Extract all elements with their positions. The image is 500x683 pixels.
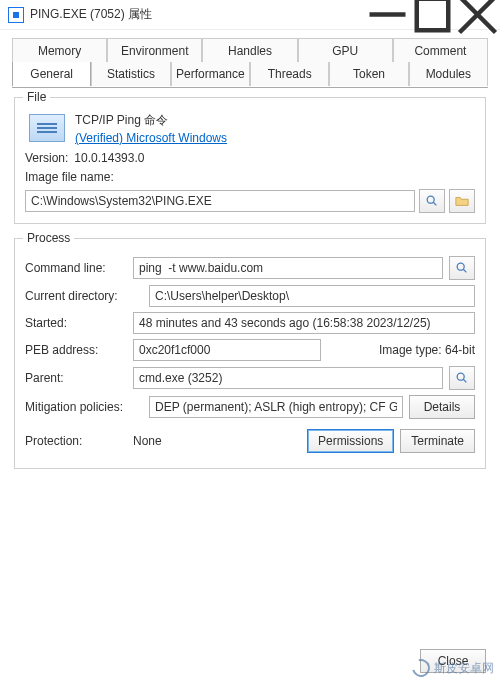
file-group-title: File bbox=[23, 90, 50, 104]
tab-performance[interactable]: Performance bbox=[171, 62, 250, 86]
parent-inspect-button[interactable] bbox=[449, 366, 475, 390]
curdir-label: Current directory: bbox=[25, 289, 143, 303]
svg-point-8 bbox=[457, 373, 464, 380]
peb-input[interactable] bbox=[133, 339, 321, 361]
permissions-button[interactable]: Permissions bbox=[307, 429, 394, 453]
swirl-icon bbox=[409, 656, 434, 681]
tab-threads[interactable]: Threads bbox=[250, 62, 329, 86]
tab-handles[interactable]: Handles bbox=[202, 38, 297, 63]
tab-comment[interactable]: Comment bbox=[393, 38, 488, 63]
parent-label: Parent: bbox=[25, 371, 127, 385]
svg-rect-1 bbox=[417, 0, 449, 30]
image-type: Image type: 64-bit bbox=[379, 343, 475, 357]
cmdline-label: Command line: bbox=[25, 261, 127, 275]
cmdline-inspect-button[interactable] bbox=[449, 256, 475, 280]
terminate-button[interactable]: Terminate bbox=[400, 429, 475, 453]
explore-file-button[interactable] bbox=[419, 189, 445, 213]
app-icon bbox=[8, 7, 24, 23]
tab-memory[interactable]: Memory bbox=[12, 38, 107, 63]
maximize-button[interactable] bbox=[410, 0, 455, 30]
version-value: 10.0.14393.0 bbox=[74, 151, 144, 165]
mitigation-input[interactable] bbox=[149, 396, 403, 418]
window-title: PING.EXE (7052) 属性 bbox=[30, 6, 365, 23]
minimize-button[interactable] bbox=[365, 0, 410, 30]
watermark-text: 斯皮安卓网 bbox=[434, 660, 494, 677]
imagefile-path[interactable] bbox=[25, 190, 415, 212]
tab-statistics[interactable]: Statistics bbox=[91, 62, 170, 86]
version-label: Version: bbox=[25, 151, 68, 165]
process-group: Process Command line: Current directory:… bbox=[14, 238, 486, 469]
titlebar: PING.EXE (7052) 属性 bbox=[0, 0, 500, 30]
tab-token[interactable]: Token bbox=[329, 62, 408, 86]
cmdline-input[interactable] bbox=[133, 257, 443, 279]
close-button[interactable] bbox=[455, 0, 500, 30]
imagefile-label: Image file name: bbox=[25, 170, 114, 184]
content: File TCP/IP Ping 命令 (Verified) Microsoft… bbox=[0, 87, 500, 493]
tab-row-top: Memory Environment Handles GPU Comment bbox=[12, 38, 488, 63]
peb-label: PEB address: bbox=[25, 343, 127, 357]
protection-value: None bbox=[133, 434, 162, 448]
mitigation-label: Mitigation policies: bbox=[25, 400, 143, 414]
svg-point-4 bbox=[427, 196, 434, 203]
parent-input[interactable] bbox=[133, 367, 443, 389]
tab-general[interactable]: General bbox=[12, 62, 91, 86]
file-group: File TCP/IP Ping 命令 (Verified) Microsoft… bbox=[14, 97, 486, 224]
started-label: Started: bbox=[25, 316, 127, 330]
started-input[interactable] bbox=[133, 312, 475, 334]
details-button[interactable]: Details bbox=[409, 395, 475, 419]
exe-icon bbox=[29, 114, 65, 142]
svg-point-6 bbox=[457, 263, 464, 270]
process-group-title: Process bbox=[23, 231, 74, 245]
tab-environment[interactable]: Environment bbox=[107, 38, 202, 63]
tab-row-bottom: General Statistics Performance Threads T… bbox=[12, 63, 488, 87]
protection-label: Protection: bbox=[25, 434, 127, 448]
curdir-input[interactable] bbox=[149, 285, 475, 307]
tab-modules[interactable]: Modules bbox=[409, 62, 488, 86]
tab-area: Memory Environment Handles GPU Comment G… bbox=[0, 30, 500, 87]
watermark: 斯皮安卓网 bbox=[412, 659, 494, 677]
open-folder-button[interactable] bbox=[449, 189, 475, 213]
svg-line-7 bbox=[463, 269, 466, 272]
verified-link[interactable]: (Verified) Microsoft Windows bbox=[75, 131, 227, 145]
tab-gpu[interactable]: GPU bbox=[298, 38, 393, 63]
svg-line-9 bbox=[463, 379, 466, 382]
file-description: TCP/IP Ping 命令 bbox=[75, 112, 227, 129]
svg-line-5 bbox=[433, 202, 436, 205]
